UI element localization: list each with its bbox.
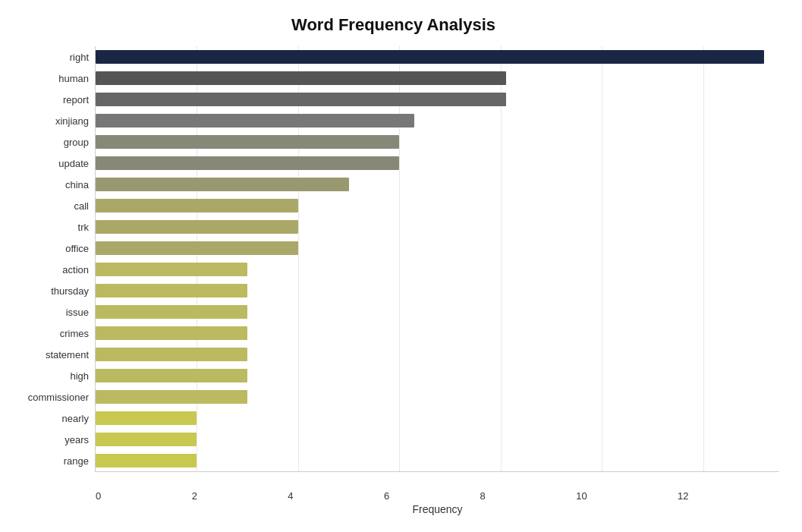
bar-nearly [96, 411, 197, 425]
bar-row-china [96, 176, 779, 193]
grid-lines [96, 46, 779, 471]
x-tick-6: 6 [384, 490, 389, 502]
chart-area: righthumanreportxinjianggroupupdatechina… [8, 46, 779, 472]
grid-line [703, 46, 704, 471]
bar-commissioner [96, 390, 247, 404]
bar-row-group [96, 134, 779, 150]
x-tick-0: 0 [96, 490, 101, 502]
bar-xinjiang [96, 114, 414, 127]
chart-title: Word Frequency Analysis [8, 15, 779, 35]
y-label-issue: issue [8, 307, 89, 317]
bar-row-human [96, 70, 779, 87]
y-label-call: call [8, 201, 89, 211]
x-tick-2: 2 [192, 490, 197, 502]
bar-right [96, 50, 764, 64]
y-label-right: right [8, 52, 89, 62]
bar-row-update [96, 155, 779, 172]
grid-line [602, 46, 602, 471]
grid-line [298, 46, 299, 471]
bar-human [96, 71, 506, 85]
x-axis: 024681012 [96, 490, 779, 502]
x-tick-12: 12 [678, 490, 688, 502]
y-label-china: china [8, 180, 89, 190]
bar-row-office [96, 240, 779, 257]
bar-row-range [96, 452, 779, 469]
bar-crimes [96, 326, 247, 340]
y-label-xinjiang: xinjiang [8, 116, 89, 126]
bar-trk [96, 220, 298, 234]
bar-row-thursday [96, 282, 779, 299]
bar-years [96, 433, 197, 446]
y-label-human: human [8, 74, 89, 83]
bar-row-right [96, 49, 779, 65]
bar-action [96, 263, 247, 276]
x-tick-8: 8 [480, 490, 486, 502]
y-label-years: years [8, 435, 89, 445]
bar-china [96, 178, 349, 191]
bar-row-call [96, 197, 779, 214]
plot-area: 024681012Frequency [95, 46, 779, 472]
y-label-statement: statement [8, 350, 89, 360]
y-label-crimes: crimes [8, 329, 89, 338]
y-label-group: group [8, 137, 89, 147]
y-label-update: update [8, 159, 89, 168]
y-axis: righthumanreportxinjianggroupupdatechina… [8, 46, 95, 472]
bar-row-action [96, 261, 779, 278]
bar-row-statement [96, 346, 779, 363]
bar-row-crimes [96, 325, 779, 342]
y-label-thursday: thursday [8, 286, 89, 296]
y-label-high: high [8, 371, 89, 381]
bar-issue [96, 305, 247, 319]
bar-row-commissioner [96, 389, 779, 405]
bar-office [96, 241, 298, 255]
grid-line [197, 46, 197, 471]
bar-report [96, 93, 506, 106]
x-tick-4: 4 [288, 490, 293, 502]
x-tick-10: 10 [576, 490, 587, 502]
y-label-office: office [8, 244, 89, 253]
bar-high [96, 369, 247, 382]
bar-row-high [96, 367, 779, 384]
bar-row-years [96, 431, 779, 448]
y-label-report: report [8, 95, 89, 105]
bar-thursday [96, 284, 247, 297]
x-axis-label: Frequency [412, 503, 462, 515]
bar-update [96, 156, 399, 170]
y-label-action: action [8, 265, 89, 275]
chart-container: Word Frequency Analysis righthumanreport… [0, 0, 802, 532]
bar-group [96, 135, 399, 149]
y-label-trk: trk [8, 222, 89, 232]
bar-call [96, 199, 298, 212]
y-label-range: range [8, 456, 89, 466]
y-label-nearly: nearly [8, 414, 89, 423]
grid-line [501, 46, 502, 471]
bar-statement [96, 348, 247, 361]
y-label-commissioner: commissioner [8, 392, 89, 402]
bar-row-report [96, 91, 779, 108]
bar-row-nearly [96, 410, 779, 427]
bar-row-issue [96, 304, 779, 320]
bar-range [96, 454, 197, 467]
bar-row-xinjiang [96, 112, 779, 129]
grid-line [399, 46, 400, 471]
bar-row-trk [96, 219, 779, 235]
